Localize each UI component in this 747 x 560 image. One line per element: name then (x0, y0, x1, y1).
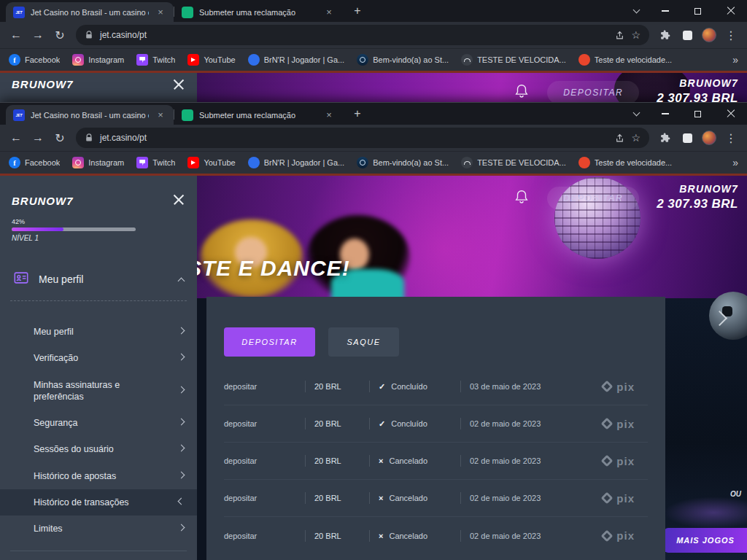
bookmark-facebook[interactable]: fFacebook (9, 157, 60, 168)
table-row[interactable]: depositar 20 BRL ×Cancelado 02 de maio d… (224, 480, 648, 517)
sidebar-item-sessoes[interactable]: Sessões do usuário (0, 436, 197, 462)
close-button[interactable] (714, 103, 747, 125)
notifications-bell-icon[interactable] (514, 82, 530, 102)
bookmark-steam[interactable]: Bem-vindo(a) ao St... (357, 157, 449, 168)
new-tab-button[interactable]: + (348, 105, 367, 124)
minimize-button[interactable] (649, 103, 681, 125)
tab-reclamacao[interactable]: Submeter uma reclamação × (174, 105, 342, 125)
tab-strip: JET Jet Casino no Brasil - um casino o ×… (0, 0, 747, 22)
address-bar[interactable]: jet.casino/pt ☆ (76, 25, 649, 45)
sidebar-item-seguranca[interactable]: Segurança (0, 410, 197, 436)
bookmark-speedtest-2[interactable]: Teste de velocidade... (578, 157, 672, 168)
tab-close-icon[interactable]: × (155, 109, 166, 121)
bookmark-speedtest-2[interactable]: Teste de velocidade... (578, 54, 672, 66)
table-row[interactable]: depositar 20 BRL ×Cancelado 02 de maio d… (224, 517, 648, 554)
table-row[interactable]: depositar 20 BRL ✓Concluído 03 de maio d… (224, 368, 648, 405)
tab-title: Jet Casino no Brasil - um casino o (31, 111, 149, 120)
instagram-icon (72, 54, 84, 66)
sidebar-item-label: Histórico de apostas (34, 471, 116, 481)
back-button[interactable]: ← (6, 25, 26, 45)
notifications-bell-icon[interactable] (514, 188, 530, 209)
bookmark-brnr[interactable]: BrN'R | Jogador | Ga... (248, 157, 345, 168)
side-panel-icon[interactable] (677, 128, 697, 148)
profile-avatar[interactable] (699, 128, 719, 148)
tab-search-button[interactable] (624, 0, 649, 22)
reclame-aqui-favicon (182, 109, 193, 121)
sidebar-item-historico-transacoes[interactable]: Histórico de transações (0, 489, 197, 516)
bookmark-steam[interactable]: Bem-vindo(a) ao St... (357, 54, 449, 66)
transaction-amount: 20 BRL (306, 456, 369, 465)
header-balance: 2 307.93 BRL (657, 91, 738, 102)
payment-method: pix (603, 418, 648, 430)
tab-jet-casino[interactable]: JET Jet Casino no Brasil - um casino o × (6, 2, 174, 22)
tab-close-icon[interactable]: × (323, 109, 335, 121)
sidebar-item-meu-perfil[interactable]: Meu perfil (0, 319, 197, 345)
bookmark-instagram[interactable]: Instagram (72, 157, 124, 168)
maximize-button[interactable] (681, 103, 714, 125)
sidebar-username: BRUNOW7 (12, 195, 74, 207)
table-row[interactable]: depositar 20 BRL ✓Concluído 02 de maio d… (224, 405, 648, 443)
bookmark-youtube[interactable]: YouTube (187, 157, 235, 168)
sidebar-item-label: Histórico de transações (34, 497, 129, 508)
tab-close-icon[interactable]: × (155, 7, 166, 18)
url-text[interactable]: jet.casino/pt (100, 30, 608, 40)
close-button[interactable] (714, 0, 747, 22)
maximize-button[interactable] (681, 0, 714, 22)
sidebar-item-limites[interactable]: Limites (0, 516, 197, 542)
sidebar-close-icon[interactable] (172, 78, 185, 91)
tab-search-button[interactable] (624, 103, 649, 125)
withdraw-tab-button[interactable]: SAQUE (328, 327, 399, 357)
bookmark-label: Bem-vindo(a) ao St... (373, 55, 449, 64)
more-games-button[interactable]: MAIS JOGOS (664, 528, 747, 553)
transaction-date: 03 de maio de 2023 (461, 382, 585, 391)
bookmarks-overflow-icon[interactable]: » (732, 54, 738, 66)
extensions-icon[interactable] (655, 25, 676, 45)
transaction-amount: 20 BRL (306, 532, 369, 540)
bookmarks-overflow-icon[interactable]: » (732, 157, 738, 168)
forward-button[interactable]: → (28, 128, 48, 148)
menu-icon[interactable]: ⋮ (721, 25, 741, 45)
bookmark-brnr[interactable]: BrN'R | Jogador | Ga... (248, 54, 345, 66)
new-tab-button[interactable]: + (348, 2, 367, 21)
deposit-tab-button[interactable]: DEPOSITAR (224, 327, 315, 357)
bookmark-star-icon[interactable]: ☆ (631, 29, 640, 41)
bookmark-speedtest-1[interactable]: TESTE DE VELOCIDA... (461, 54, 566, 66)
reload-button[interactable]: ↻ (50, 128, 70, 148)
bookmark-twitch[interactable]: Twitch (136, 157, 175, 168)
bookmark-youtube[interactable]: YouTube (187, 54, 235, 66)
deposit-button[interactable]: DEPOSITAR (547, 187, 639, 210)
address-bar[interactable]: jet.casino/pt ☆ (76, 128, 649, 148)
deposit-button[interactable]: DEPOSITAR (547, 81, 639, 102)
profile-section-header[interactable]: Meu perfil (10, 262, 187, 301)
share-icon[interactable] (615, 133, 624, 143)
bookmark-instagram[interactable]: Instagram (72, 54, 124, 66)
bookmark-twitch[interactable]: Twitch (136, 54, 175, 66)
share-icon[interactable] (615, 31, 624, 40)
bookmark-label: Facebook (25, 158, 60, 167)
bookmark-star-icon[interactable]: ☆ (631, 132, 640, 144)
account-summary[interactable]: BRUNOW7 2 307.93 BRL (657, 77, 738, 102)
bookmark-label: Facebook (25, 55, 60, 64)
tab-close-icon[interactable]: × (323, 7, 335, 18)
bookmark-facebook[interactable]: fFacebook (9, 54, 60, 66)
side-panel-icon[interactable] (677, 25, 697, 45)
minimize-button[interactable] (649, 0, 681, 22)
sidebar-item-assinaturas[interactable]: Minhas assinaturas e preferências (0, 372, 197, 411)
menu-icon[interactable]: ⋮ (721, 128, 741, 148)
tab-jet-casino[interactable]: JET Jet Casino no Brasil - um casino o × (6, 105, 174, 125)
reload-button[interactable]: ↻ (50, 25, 70, 45)
extensions-icon[interactable] (655, 128, 676, 148)
forward-button[interactable]: → (28, 25, 48, 45)
account-summary[interactable]: BRUNOW7 2 307.93 BRL (657, 183, 738, 211)
sidebar-close-icon[interactable] (172, 193, 185, 206)
url-text[interactable]: jet.casino/pt (100, 133, 608, 143)
profile-avatar[interactable] (699, 25, 719, 45)
sidebar-item-historico-apostas[interactable]: Histórico de apostas (0, 463, 197, 489)
table-row[interactable]: depositar 20 BRL ×Cancelado 02 de maio d… (224, 443, 648, 480)
tab-reclamacao[interactable]: Submeter uma reclamação × (174, 2, 342, 22)
back-button[interactable]: ← (6, 128, 26, 148)
bookmark-label: Twitch (152, 55, 175, 64)
bookmark-speedtest-1[interactable]: TESTE DE VELOCIDA... (461, 157, 566, 168)
sidebar-item-caixa[interactable]: Caixa (0, 551, 197, 560)
sidebar-item-verificacao[interactable]: Verificação (0, 345, 197, 371)
